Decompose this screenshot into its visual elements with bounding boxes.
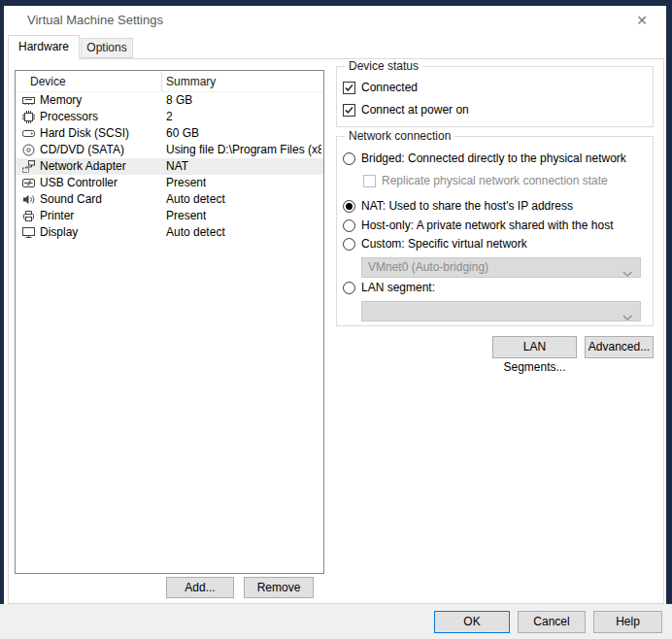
hard-disk-icon (22, 127, 35, 140)
tab-options[interactable]: Options (81, 38, 133, 58)
custom-network-dropdown[interactable]: VMnet0 (Auto-bridging) (361, 257, 641, 278)
replicate-checkbox-row[interactable]: Replicate physical network connection st… (363, 174, 608, 189)
device-status-group: Device status Connected Connect at power… (336, 66, 654, 127)
add-button[interactable]: Add... (166, 577, 234, 598)
device-list[interactable]: Device Summary Memory 8 GB Processors 2 … (15, 70, 324, 574)
dialog-footer: OK Cancel Help (0, 604, 672, 639)
cancel-button[interactable]: Cancel (518, 611, 586, 633)
custom-radio[interactable] (343, 238, 355, 251)
connect-at-power-on-checkbox[interactable] (343, 104, 355, 117)
window-title: Virtual Machine Settings (27, 13, 163, 27)
list-item-network-adapter[interactable]: Network Adapter NAT (16, 158, 323, 175)
lan-segment-radio-row[interactable]: LAN segment: (343, 281, 435, 296)
network-connection-title: Network connection (345, 129, 454, 143)
memory-icon (22, 94, 35, 107)
help-button[interactable]: Help (593, 611, 662, 633)
device-list-header: Device Summary (16, 71, 323, 92)
lan-segments-button[interactable]: LAN Segments... (492, 336, 577, 358)
list-item-memory[interactable]: Memory 8 GB (16, 92, 323, 109)
sound-icon (22, 193, 35, 206)
window-frame (666, 0, 672, 639)
processor-icon (22, 111, 35, 123)
bridged-radio-row[interactable]: Bridged: Connected directly to the physi… (343, 151, 626, 167)
cd-icon (22, 144, 35, 156)
chevron-down-icon (622, 265, 633, 272)
nat-radio[interactable] (343, 200, 355, 213)
advanced-button[interactable]: Advanced... (585, 336, 654, 358)
lan-segment-dropdown[interactable] (361, 301, 641, 321)
list-item-processors[interactable]: Processors 2 (16, 109, 323, 125)
printer-icon (22, 210, 35, 222)
connected-checkbox-row[interactable]: Connected (343, 81, 418, 96)
list-item-sound-card[interactable]: Sound Card Auto detect (16, 191, 323, 208)
virtual-machine-settings-dialog: Virtual Machine Settings ✕ Hardware Opti… (0, 0, 672, 639)
column-header-device[interactable]: Device (30, 75, 66, 88)
list-item-cd-dvd[interactable]: CD/DVD (SATA) Using file D:\Program File… (16, 142, 323, 158)
tab-hardware[interactable]: Hardware (8, 35, 80, 59)
connected-checkbox[interactable] (343, 82, 355, 94)
replicate-checkbox[interactable] (363, 175, 376, 187)
lan-segment-radio[interactable] (343, 282, 355, 294)
host-only-radio[interactable] (343, 219, 355, 232)
usb-icon (22, 177, 35, 189)
remove-button[interactable]: Remove (244, 577, 314, 598)
chevron-down-icon (622, 309, 633, 316)
list-item-display[interactable]: Display Auto detect (16, 224, 323, 241)
bridged-radio[interactable] (343, 152, 355, 165)
connect-at-power-on-checkbox-row[interactable]: Connect at power on (343, 103, 469, 118)
host-only-radio-row[interactable]: Host-only: A private network shared with… (343, 219, 613, 234)
list-item-usb-controller[interactable]: USB Controller Present (16, 175, 323, 191)
device-status-title: Device status (345, 59, 422, 73)
titlebar: Virtual Machine Settings ✕ (4, 6, 666, 33)
network-icon (22, 160, 35, 173)
network-connection-group: Network connection Bridged: Connected di… (336, 136, 654, 326)
display-icon (22, 226, 35, 239)
list-item-hard-disk[interactable]: Hard Disk (SCSI) 60 GB (16, 125, 323, 142)
column-header-summary[interactable]: Summary (166, 75, 216, 88)
ok-button[interactable]: OK (434, 611, 510, 633)
close-icon[interactable]: ✕ (631, 10, 653, 31)
hardware-tab-page: Device Summary Memory 8 GB Processors 2 … (8, 58, 664, 604)
window-frame (0, 0, 4, 639)
tabstrip: Hardware Options (4, 33, 666, 58)
column-separator[interactable] (161, 72, 162, 91)
list-item-printer[interactable]: Printer Present (16, 208, 323, 224)
nat-radio-row[interactable]: NAT: Used to share the host's IP address (343, 199, 573, 215)
custom-radio-row[interactable]: Custom: Specific virtual network (343, 237, 527, 252)
